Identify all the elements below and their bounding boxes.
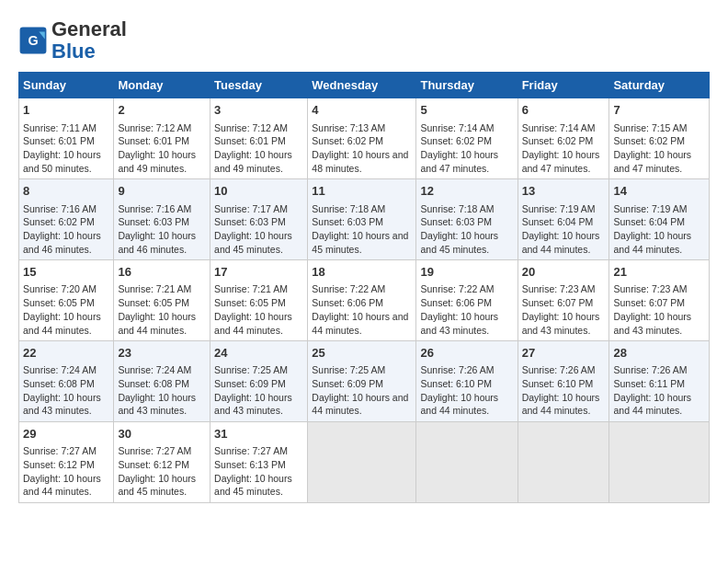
calendar-cell [518, 422, 609, 503]
header-friday: Friday [518, 73, 609, 98]
calendar-cell [609, 422, 710, 503]
calendar-table: SundayMondayTuesdayWednesdayThursdayFrid… [18, 72, 710, 503]
day-number: 23 [118, 345, 206, 362]
day-number: 9 [118, 183, 206, 200]
day-number: 26 [420, 345, 513, 362]
sunset-label: Sunset: 6:03 PM [118, 216, 189, 227]
day-number: 25 [312, 345, 412, 362]
sunset-label: Sunset: 6:06 PM [312, 297, 383, 308]
calendar-cell [416, 422, 518, 503]
sunset-label: Sunset: 6:07 PM [613, 297, 685, 308]
sunset-label: Sunset: 6:02 PM [23, 216, 95, 227]
calendar-cell: 10Sunrise: 7:17 AMSunset: 6:03 PMDayligh… [210, 179, 308, 260]
daylight-label: Daylight: 10 hours and 45 minutes. [420, 230, 498, 255]
calendar-cell [308, 422, 416, 503]
calendar-cell: 14Sunrise: 7:19 AMSunset: 6:04 PMDayligh… [609, 179, 710, 260]
week-row-5: 29Sunrise: 7:27 AMSunset: 6:12 PMDayligh… [19, 422, 710, 503]
sunrise-label: Sunrise: 7:22 AM [420, 283, 494, 294]
sunset-label: Sunset: 6:11 PM [613, 378, 685, 389]
sunrise-label: Sunrise: 7:23 AM [522, 283, 596, 294]
daylight-label: Daylight: 10 hours and 43 minutes. [522, 311, 600, 336]
sunrise-label: Sunrise: 7:12 AM [214, 122, 288, 133]
calendar-cell: 30Sunrise: 7:27 AMSunset: 6:12 PMDayligh… [114, 422, 210, 503]
daylight-label: Daylight: 10 hours and 47 minutes. [420, 149, 498, 174]
daylight-label: Daylight: 10 hours and 43 minutes. [613, 311, 691, 336]
daylight-label: Daylight: 10 hours and 45 minutes. [118, 473, 196, 498]
logo-text: General Blue [51, 18, 127, 63]
sunset-label: Sunset: 6:08 PM [23, 378, 95, 389]
day-number: 30 [118, 426, 206, 442]
logo: G General Blue [18, 18, 127, 63]
daylight-label: Daylight: 10 hours and 44 minutes. [613, 230, 691, 255]
sunrise-label: Sunrise: 7:27 AM [23, 445, 97, 456]
day-number: 2 [118, 102, 206, 119]
calendar-cell: 8Sunrise: 7:16 AMSunset: 6:02 PMDaylight… [19, 179, 114, 260]
daylight-label: Daylight: 10 hours and 46 minutes. [118, 230, 196, 255]
day-number: 3 [214, 102, 303, 119]
calendar-cell: 18Sunrise: 7:22 AMSunset: 6:06 PMDayligh… [308, 260, 416, 341]
header-thursday: Thursday [416, 73, 518, 98]
sunset-label: Sunset: 6:07 PM [522, 297, 594, 308]
day-number: 31 [214, 426, 303, 442]
sunset-label: Sunset: 6:04 PM [613, 216, 685, 227]
logo-icon: G [18, 26, 48, 55]
sunrise-label: Sunrise: 7:21 AM [118, 283, 191, 294]
header-saturday: Saturday [609, 73, 710, 98]
day-number: 18 [312, 264, 412, 281]
day-number: 13 [522, 183, 606, 200]
day-number: 14 [613, 183, 705, 200]
sunset-label: Sunset: 6:05 PM [23, 297, 95, 308]
calendar-cell: 24Sunrise: 7:25 AMSunset: 6:09 PMDayligh… [210, 341, 308, 422]
daylight-label: Daylight: 10 hours and 43 minutes. [23, 392, 101, 417]
sunset-label: Sunset: 6:02 PM [613, 135, 685, 146]
calendar-cell: 17Sunrise: 7:21 AMSunset: 6:05 PMDayligh… [210, 260, 308, 341]
daylight-label: Daylight: 10 hours and 44 minutes. [214, 311, 292, 336]
sunset-label: Sunset: 6:09 PM [214, 378, 286, 389]
day-number: 19 [420, 264, 513, 281]
sunrise-label: Sunrise: 7:11 AM [23, 122, 97, 133]
sunset-label: Sunset: 6:10 PM [420, 378, 492, 389]
day-number: 21 [613, 264, 705, 281]
calendar-cell: 25Sunrise: 7:25 AMSunset: 6:09 PMDayligh… [308, 341, 416, 422]
daylight-label: Daylight: 10 hours and 43 minutes. [118, 392, 196, 417]
daylight-label: Daylight: 10 hours and 43 minutes. [420, 311, 498, 336]
sunrise-label: Sunrise: 7:24 AM [23, 364, 97, 375]
day-number: 10 [214, 183, 303, 200]
day-number: 4 [312, 102, 412, 119]
day-number: 27 [522, 345, 606, 362]
sunrise-label: Sunrise: 7:17 AM [214, 203, 288, 214]
daylight-label: Daylight: 10 hours and 44 minutes. [522, 230, 600, 255]
daylight-label: Daylight: 10 hours and 44 minutes. [23, 311, 101, 336]
sunset-label: Sunset: 6:03 PM [312, 216, 383, 227]
calendar-cell: 21Sunrise: 7:23 AMSunset: 6:07 PMDayligh… [609, 260, 710, 341]
sunrise-label: Sunrise: 7:20 AM [23, 283, 97, 294]
day-number: 17 [214, 264, 303, 281]
calendar-cell: 13Sunrise: 7:19 AMSunset: 6:04 PMDayligh… [518, 179, 609, 260]
sunrise-label: Sunrise: 7:16 AM [23, 203, 97, 214]
sunrise-label: Sunrise: 7:23 AM [613, 283, 687, 294]
calendar-cell: 22Sunrise: 7:24 AMSunset: 6:08 PMDayligh… [19, 341, 114, 422]
calendar-cell: 6Sunrise: 7:14 AMSunset: 6:02 PMDaylight… [518, 98, 609, 179]
calendar-cell: 16Sunrise: 7:21 AMSunset: 6:05 PMDayligh… [114, 260, 210, 341]
sunrise-label: Sunrise: 7:25 AM [312, 364, 385, 375]
calendar-cell: 4Sunrise: 7:13 AMSunset: 6:02 PMDaylight… [308, 98, 416, 179]
day-number: 29 [23, 426, 109, 442]
calendar-cell: 3Sunrise: 7:12 AMSunset: 6:01 PMDaylight… [210, 98, 308, 179]
daylight-label: Daylight: 10 hours and 45 minutes. [214, 230, 292, 255]
daylight-label: Daylight: 10 hours and 49 minutes. [118, 149, 196, 174]
header-tuesday: Tuesday [210, 73, 308, 98]
header-monday: Monday [114, 73, 210, 98]
header-sunday: Sunday [19, 73, 114, 98]
daylight-label: Daylight: 10 hours and 45 minutes. [214, 473, 292, 498]
daylight-label: Daylight: 10 hours and 44 minutes. [312, 392, 408, 417]
sunrise-label: Sunrise: 7:14 AM [522, 122, 596, 133]
sunrise-label: Sunrise: 7:12 AM [118, 122, 191, 133]
sunrise-label: Sunrise: 7:19 AM [613, 203, 687, 214]
sunrise-label: Sunrise: 7:14 AM [420, 122, 494, 133]
header-wednesday: Wednesday [308, 73, 416, 98]
sunrise-label: Sunrise: 7:26 AM [613, 364, 687, 375]
sunrise-label: Sunrise: 7:22 AM [312, 283, 385, 294]
day-number: 28 [613, 345, 705, 362]
daylight-label: Daylight: 10 hours and 44 minutes. [118, 311, 196, 336]
calendar-cell: 11Sunrise: 7:18 AMSunset: 6:03 PMDayligh… [308, 179, 416, 260]
